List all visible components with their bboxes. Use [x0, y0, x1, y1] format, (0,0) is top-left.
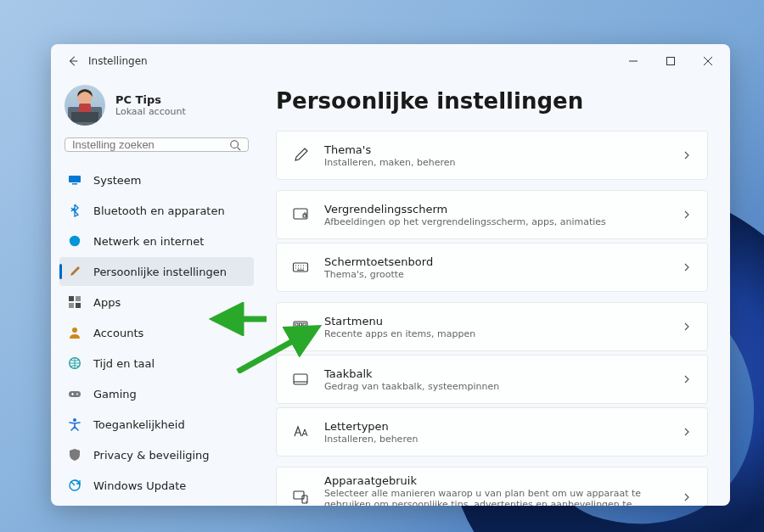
setting-card-apparaatgebruik[interactable]: Apparaatgebruik Selecteer alle manieren …	[276, 467, 708, 506]
pc-icon	[68, 173, 81, 187]
fonts-icon	[292, 423, 309, 440]
wifi-icon	[68, 234, 81, 248]
brush-icon	[68, 265, 81, 278]
accessibility-icon	[68, 417, 81, 431]
avatar	[65, 85, 105, 126]
setting-title: Apparaatgebruik	[324, 474, 666, 487]
setting-title: Vergrendelingsscherm	[324, 203, 666, 216]
chevron-right-icon	[682, 490, 692, 506]
update-icon	[68, 479, 81, 492]
chevron-right-icon	[682, 260, 692, 276]
sidebar-item-persoonlijke-instellingen[interactable]: Persoonlijke instellingen	[59, 257, 254, 286]
taskbar-icon	[292, 371, 309, 388]
profile-sub: Lokaal account	[115, 106, 186, 117]
svg-point-5	[231, 140, 239, 148]
setting-subtitle: Installeren, maken, beheren	[324, 157, 666, 168]
close-button[interactable]	[689, 48, 727, 75]
keyboard-icon	[292, 259, 309, 276]
sidebar-item-systeem[interactable]: Systeem	[59, 165, 254, 194]
svg-point-17	[76, 394, 78, 395]
sidebar-item-label: Bluetooth en apparaten	[93, 204, 225, 217]
sidebar-item-label: Systeem	[93, 174, 141, 187]
sidebar-item-label: Toegankelijkheid	[93, 418, 185, 431]
setting-subtitle: Gedrag van taakbalk, systeempinnen	[324, 381, 666, 392]
setting-card-vergrendelingsscherm[interactable]: Vergrendelingsscherm Afbeeldingen op het…	[276, 190, 708, 239]
back-button[interactable]	[61, 49, 85, 73]
setting-card-taakbalk[interactable]: Taakbalk Gedrag van taakbalk, systeempin…	[276, 355, 708, 404]
svg-rect-16	[69, 391, 81, 397]
sidebar-item-tijd-en-taal[interactable]: Tijd en taal	[59, 349, 254, 378]
sidebar-item-windows-update[interactable]: Windows Update	[59, 471, 254, 500]
svg-rect-27	[295, 328, 298, 330]
setting-card-lettertypen[interactable]: Lettertypen Installeren, beheren	[276, 407, 708, 456]
chevron-right-icon	[682, 372, 692, 388]
sidebar-item-label: Tijd en taal	[93, 357, 154, 370]
sidebar-item-bluetooth-en-apparaten[interactable]: Bluetooth en apparaten	[59, 196, 254, 225]
svg-rect-6	[69, 176, 81, 182]
bluetooth-icon	[68, 204, 81, 217]
page-title: Persoonlijke instellingen	[276, 88, 708, 114]
main-panel: Persoonlijke instellingen Thema's Instal…	[259, 78, 730, 506]
setting-title: Taakbalk	[324, 367, 666, 380]
apps-icon	[68, 295, 81, 309]
window-title: Instellingen	[88, 55, 148, 67]
setting-title: Schermtoetsenbord	[324, 255, 666, 268]
svg-rect-11	[76, 296, 81, 301]
svg-rect-29	[294, 374, 307, 384]
sidebar-item-gaming[interactable]: Gaming	[59, 379, 254, 408]
device-usage-icon	[292, 489, 309, 506]
svg-rect-0	[667, 58, 675, 65]
sidebar: PC Tips Lokaal account Systeem Bluetooth…	[51, 78, 259, 506]
setting-title: Lettertypen	[324, 420, 666, 433]
sidebar-item-accounts[interactable]: Accounts	[59, 318, 254, 347]
sidebar-item-apps[interactable]: Apps	[59, 288, 254, 316]
svg-rect-26	[303, 323, 306, 326]
start-icon	[292, 318, 309, 335]
svg-rect-21	[303, 215, 306, 217]
setting-card-startmenu[interactable]: Startmenu Recente apps en items, mappen	[276, 302, 708, 351]
sidebar-item-netwerk-en-internet[interactable]: Netwerk en internet	[59, 227, 254, 255]
svg-rect-25	[300, 323, 302, 326]
setting-subtitle: Installeren, beheren	[324, 434, 666, 445]
sidebar-item-label: Gaming	[93, 388, 137, 400]
sidebar-item-label: Accounts	[93, 327, 143, 339]
svg-rect-13	[76, 303, 81, 308]
sidebar-item-label: Netwerk en internet	[93, 235, 204, 248]
titlebar: Instellingen	[51, 44, 730, 78]
setting-subtitle: Selecteer alle manieren waarop u van pla…	[324, 488, 666, 507]
globe-clock-icon	[68, 356, 81, 370]
minimize-button[interactable]	[615, 48, 652, 75]
sidebar-item-label: Windows Update	[93, 479, 186, 492]
close-icon	[704, 57, 712, 65]
game-icon	[68, 387, 81, 400]
setting-title: Startmenu	[324, 315, 666, 328]
setting-card-schermtoetsenbord[interactable]: Schermtoetsenbord Thema's, grootte	[276, 243, 708, 292]
setting-title: Thema's	[324, 143, 666, 156]
profile-name: PC Tips	[115, 93, 186, 106]
search-icon	[229, 139, 241, 151]
sidebar-item-toegankelijkheid[interactable]: Toegankelijkheid	[59, 410, 254, 439]
chevron-right-icon	[682, 319, 692, 335]
maximize-button[interactable]	[652, 48, 689, 75]
shield-icon	[68, 448, 81, 462]
brush-outline-icon	[292, 147, 309, 164]
svg-rect-7	[72, 183, 77, 185]
sidebar-item-label: Privacy & beveiliging	[93, 449, 210, 462]
setting-card-thema-s[interactable]: Thema's Installeren, maken, beheren	[276, 131, 708, 180]
sidebar-item-privacy-beveiliging[interactable]: Privacy & beveiliging	[59, 440, 254, 469]
svg-rect-24	[295, 323, 298, 326]
search-input[interactable]	[72, 138, 229, 151]
svg-point-14	[72, 328, 77, 333]
minimize-icon	[629, 57, 638, 65]
sidebar-item-label: Apps	[93, 296, 121, 309]
avatar-image	[65, 85, 105, 126]
setting-subtitle: Thema's, grootte	[324, 269, 666, 280]
search-box[interactable]	[65, 137, 249, 152]
svg-rect-28	[300, 328, 302, 330]
profile-block[interactable]: PC Tips Lokaal account	[59, 78, 254, 137]
person-icon	[68, 326, 81, 339]
nav-list: Systeem Bluetooth en apparaten Netwerk e…	[59, 165, 254, 500]
setting-subtitle: Recente apps en items, mappen	[324, 328, 666, 339]
lock-screen-icon	[292, 206, 309, 223]
settings-window: Instellingen	[51, 44, 730, 506]
